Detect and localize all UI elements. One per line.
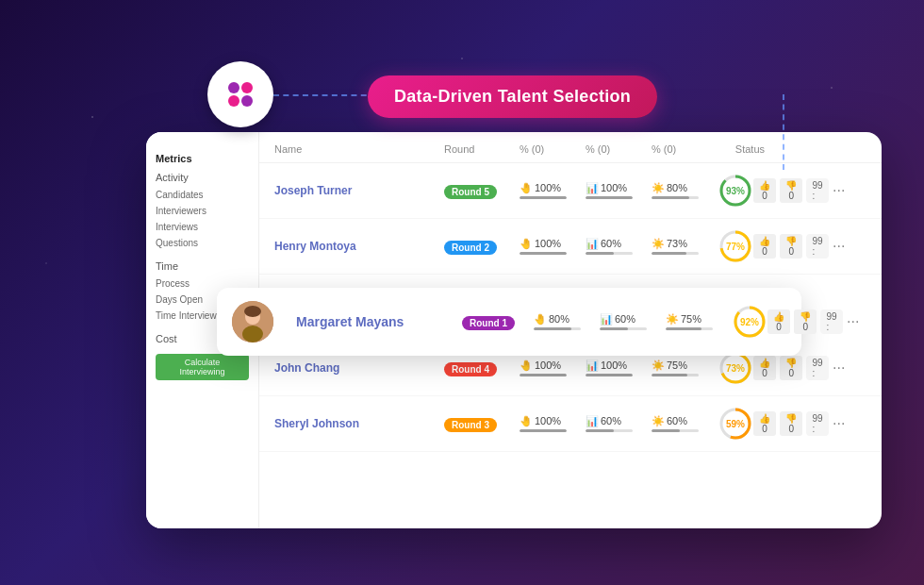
round-badge-john: Round 4 [444,362,497,376]
dislike-btn-john[interactable]: 👎 0 [780,356,802,380]
like-btn-margaret[interactable]: 👍 0 [767,309,790,334]
like-btn-joseph[interactable]: 👍 0 [753,178,776,203]
dislike-btn-sheryl[interactable]: 👎 0 [780,411,802,436]
scores-john: 99 : [806,356,829,380]
th-status: Status [718,143,793,155]
more-btn-sheryl[interactable]: ··· [829,415,849,432]
table-row: Henry Montoya Round 2 🤚100% 📊60% ☀️73% [259,219,882,275]
metric-3-joseph: ☀️80% [652,182,718,199]
like-btn-henry[interactable]: 👍 0 [753,234,776,259]
like-btn-sheryl[interactable]: 👍 0 [753,411,776,436]
title-badge: Data-Driven Talent Selection [368,75,657,118]
more-btn-john[interactable]: ··· [829,359,849,376]
more-btn-margaret[interactable]: ··· [843,313,863,330]
svg-point-11 [244,306,261,317]
actions-joseph: 👍 0 👎 0 99 : [753,178,829,203]
table-row: Sheryl Johnson Round 3 🤚100% 📊60% ☀️60% [259,396,882,452]
candidate-margaret-mayans[interactable]: Margaret Mayans [296,314,458,329]
actions-john: 👍 0 👎 0 99 : [753,356,829,380]
sidebar-item-interviewers[interactable]: Interviewers [156,203,249,219]
metric-2-john: 📊100% [586,359,652,376]
more-btn-henry[interactable]: ··· [829,238,849,255]
avatar-margaret [232,301,289,343]
metric-1-henry: 🤚100% [520,238,586,255]
th-pct3: % (0) [652,143,718,155]
score-sheryl: 59% [718,406,753,442]
logo-dot-4 [241,95,253,107]
more-btn-joseph[interactable]: ··· [829,182,849,199]
sidebar-item-candidates[interactable]: Candidates [156,187,249,203]
scores-margaret: 99 : [820,309,843,334]
metric-1-john: 🤚100% [520,359,586,376]
th-round: Round [444,143,520,155]
score-margaret: 92% [732,304,767,340]
more-john: ··· [829,359,882,376]
th-pct1: % (0) [520,143,586,155]
score-henry: 77% [718,228,753,264]
round-badge-sheryl: Round 3 [444,418,497,432]
more-henry: ··· [829,238,882,255]
actions-sheryl: 👍 0 👎 0 99 : [753,411,829,436]
more-sheryl: ··· [829,415,882,432]
metric-2-margaret: 📊60% [600,313,666,330]
scene: Data-Driven Talent Selection Metrics Act… [0,0,924,585]
candidate-john-chang[interactable]: John Chang [274,361,444,375]
round-badge-joseph: Round 5 [444,185,497,199]
more-margaret: ··· [843,313,890,330]
metric-1-sheryl: 🤚100% [520,415,586,432]
svg-point-10 [242,326,263,343]
sidebar-item-interviews[interactable]: Interviews [156,219,249,235]
metric-3-margaret: ☀️75% [666,313,732,330]
round-badge-margaret: Round 1 [462,316,515,330]
logo-dot-3 [228,95,239,107]
candidate-henry-montoya[interactable]: Henry Montoya [274,240,444,253]
dislike-btn-joseph[interactable]: 👎 0 [780,178,802,203]
scores-sheryl: 99 : [806,411,829,436]
metric-1-joseph: 🤚100% [520,182,586,199]
featured-row-margaret: Margaret Mayans Round 1 🤚80% 📊60% ☀️75% … [217,288,801,356]
metric-2-sheryl: 📊60% [586,415,652,432]
logo-dot-1 [228,82,239,93]
dislike-btn-margaret[interactable]: 👎 0 [794,309,817,334]
candidate-joseph-turner[interactable]: Joseph Turner [274,184,444,197]
metric-3-henry: ☀️73% [652,238,718,255]
round-badge-henry: Round 2 [444,241,497,255]
metric-1-margaret: 🤚80% [534,313,600,330]
sidebar-activity-label: Activity [156,172,249,183]
metric-2-joseph: 📊100% [586,182,652,199]
connector-vertical [783,94,784,170]
logo-dot-2 [241,82,253,93]
metric-3-john: ☀️75% [652,359,718,376]
logo-inner [228,82,253,107]
table-row: Joseph Turner Round 5 🤚100% 📊100% ☀️80% [259,163,882,219]
metric-2-henry: 📊60% [586,238,652,255]
calculate-btn[interactable]: Calculate Interviewing [156,354,249,380]
app-title: Data-Driven Talent Selection [394,87,631,106]
like-btn-john[interactable]: 👍 0 [753,356,776,380]
score-joseph: 93% [718,173,753,209]
actions-margaret: 👍 0 👎 0 99 : [767,309,843,334]
logo [207,61,273,127]
more-joseph: ··· [829,182,882,199]
th-pct2: % (0) [586,143,652,155]
candidate-sheryl-johnson[interactable]: Sheryl Johnson [274,417,444,430]
table-header: Name Round % (0) % (0) % (0) Status [259,132,882,163]
actions-henry: 👍 0 👎 0 99 : [753,234,829,259]
sidebar-time-label: Time [156,260,249,272]
metric-3-sheryl: ☀️60% [652,415,718,432]
sidebar-metrics-label: Metrics [156,153,249,164]
scores-henry: 99 : [806,234,829,259]
scores-joseph: 99 : [806,178,829,203]
dislike-btn-henry[interactable]: 👎 0 [780,234,802,259]
th-name: Name [274,143,444,155]
sidebar-item-questions[interactable]: Questions [156,235,249,251]
